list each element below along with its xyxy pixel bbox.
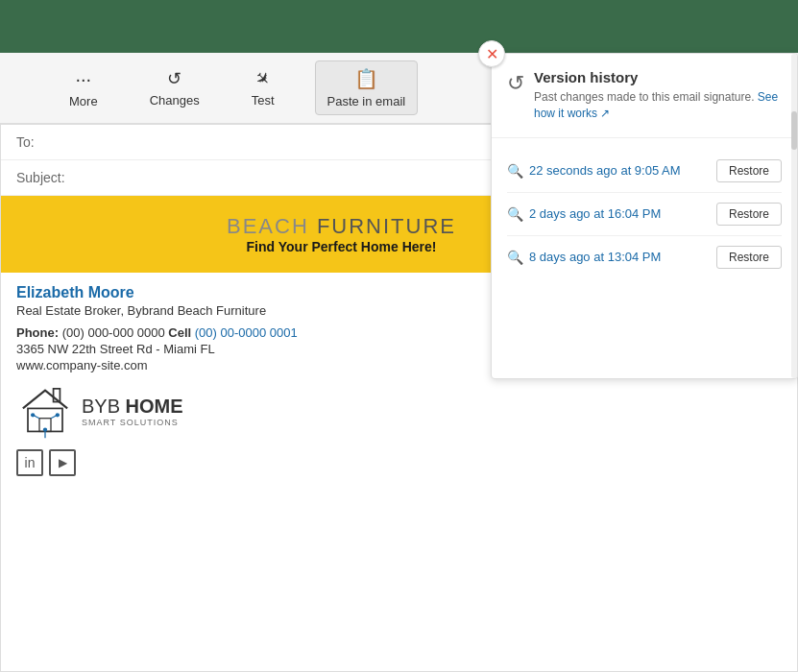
restore-button-3[interactable]: Restore <box>716 246 782 269</box>
toolbar-changes-label: Changes <box>150 93 200 108</box>
version-label-1: 22 seconds ago at 9:05 AM <box>529 163 681 178</box>
toolbar-paste-label: Paste in email <box>327 94 406 108</box>
banner-title-bold: BEACH <box>227 214 309 238</box>
toolbar-paste-in-email[interactable]: 📋 Paste in email <box>315 60 419 115</box>
version-item-1: 🔍 22 seconds ago at 9:05 AM Restore <box>507 150 782 193</box>
version-panel: ✕ ↺ Version history Past changes made to… <box>491 53 798 379</box>
panel-title: Version history <box>534 69 782 85</box>
restore-button-2[interactable]: Restore <box>716 203 782 226</box>
clock-icon-1: 🔍 <box>507 163 523 179</box>
house-icon-svg <box>16 382 74 440</box>
history-icon: ↺ <box>507 71 524 96</box>
toolbar-test[interactable]: ✈ Test <box>240 62 286 113</box>
svg-point-13 <box>31 413 35 417</box>
linkedin-icon[interactable]: in <box>16 449 43 476</box>
panel-scrollbar <box>791 54 797 378</box>
youtube-icon[interactable]: ▶ <box>49 449 76 476</box>
panel-header-content: Version history Past changes made to thi… <box>534 69 782 122</box>
byb-black: HOME <box>120 396 183 417</box>
byb-brand: BYB HOME SMART SOLUTIONS <box>82 396 183 427</box>
version-time-2: 🔍 2 days ago at 16:04 PM <box>507 206 661 222</box>
subject-label: Subject: <box>16 170 74 185</box>
sig-logo: BYB HOME SMART SOLUTIONS <box>16 382 782 440</box>
clock-icon-2: 🔍 <box>507 206 523 222</box>
clock-icon-3: 🔍 <box>507 250 523 265</box>
social-icons: in ▶ <box>16 449 782 476</box>
svg-point-15 <box>43 428 47 432</box>
banner-title-light: FURNITURE <box>309 214 456 238</box>
close-icon: ✕ <box>486 45 498 63</box>
version-item-2: 🔍 2 days ago at 16:04 PM Restore <box>507 193 782 236</box>
toolbar-more[interactable]: ··· More <box>58 62 109 114</box>
close-button[interactable]: ✕ <box>478 40 505 67</box>
to-label: To: <box>16 134 74 150</box>
version-time-1: 🔍 22 seconds ago at 9:05 AM <box>507 163 681 179</box>
version-item-3: 🔍 8 days ago at 13:04 PM Restore <box>507 236 782 278</box>
svg-point-14 <box>56 413 60 417</box>
top-bar <box>0 0 798 53</box>
more-icon: ··· <box>75 68 91 90</box>
byb-blue: BYB <box>82 396 120 417</box>
panel-header: ↺ Version history Past changes made to t… <box>492 54 797 138</box>
test-icon: ✈ <box>251 66 276 91</box>
restore-button-1[interactable]: Restore <box>716 159 782 182</box>
scrollbar-thumb <box>791 111 797 150</box>
cell-label: Cell <box>168 325 191 340</box>
version-time-3: 🔍 8 days ago at 13:04 PM <box>507 250 661 265</box>
toolbar-more-label: More <box>69 94 98 108</box>
banner-subtitle: Find Your Perfect Home Here! <box>247 239 437 254</box>
toolbar-test-label: Test <box>252 93 275 108</box>
changes-icon: ↺ <box>167 68 181 89</box>
byb-text: BYB HOME <box>82 396 183 418</box>
cell-number[interactable]: (00) 00-0000 0001 <box>195 325 298 340</box>
smart-solutions: SMART SOLUTIONS <box>82 418 183 427</box>
banner-title: BEACH FURNITURE <box>227 214 456 239</box>
toolbar-changes[interactable]: ↺ Changes <box>138 62 211 113</box>
panel-description: Past changes made to this email signatur… <box>534 89 782 122</box>
phone-label: Phone: <box>16 325 59 340</box>
version-list: 🔍 22 seconds ago at 9:05 AM Restore 🔍 2 … <box>492 138 797 290</box>
paste-icon: 📋 <box>354 67 378 90</box>
version-label-3: 8 days ago at 13:04 PM <box>529 250 661 264</box>
version-label-2: 2 days ago at 16:04 PM <box>529 206 661 221</box>
phone-number: (00) 000-000 0000 <box>62 325 165 340</box>
